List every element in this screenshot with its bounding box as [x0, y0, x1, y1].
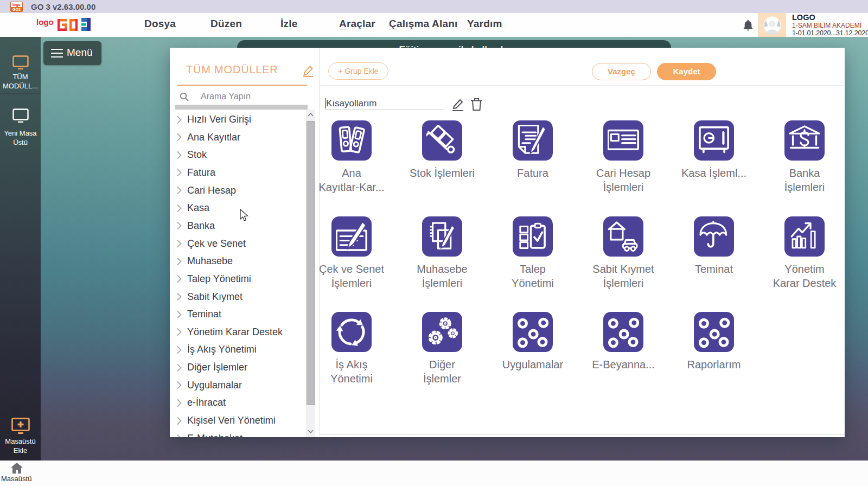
- svg-text:logo: logo: [36, 17, 54, 27]
